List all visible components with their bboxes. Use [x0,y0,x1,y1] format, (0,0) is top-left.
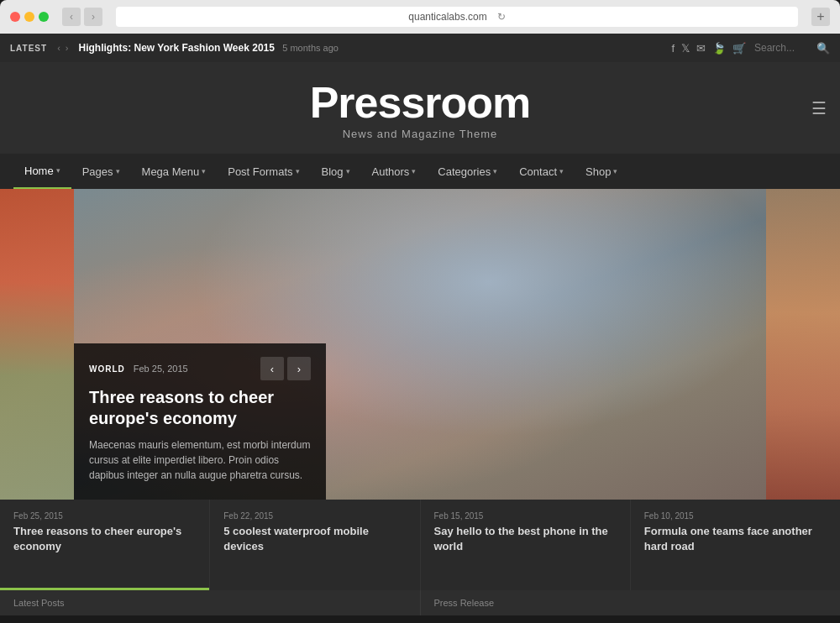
nav-items: Home ▾ Pages ▾ Mega Menu ▾ Post Formats … [13,154,628,189]
ticker-headline: Highlights: New York Fashion Week 2015 5… [79,42,664,54]
chevron-down-icon: ▾ [202,167,206,175]
chevron-down-icon: ▾ [412,167,416,175]
hero-meta: WORLD Feb 25, 2015 ‹ › [89,357,311,380]
leaf-icon[interactable]: 🍃 [712,42,726,55]
hero-navigation: ‹ › [260,357,311,380]
hero-excerpt: Maecenas mauris elementum, est morbi int… [89,437,311,483]
site-tagline: News and Magazine Theme [0,128,840,140]
close-button[interactable] [10,12,20,22]
hero-prev-button[interactable]: ‹ [260,357,284,380]
article-date-3: Feb 15, 2015 [434,511,617,521]
article-title-2: 5 coolest waterproof mobile devices [223,524,406,553]
chevron-down-icon: ▾ [116,167,120,175]
ticker-prev[interactable]: ‹ [55,43,62,53]
nav-item-mega-menu[interactable]: Mega Menu ▾ [131,154,218,189]
minimize-button[interactable] [24,12,34,22]
article-title-1: Three reasons to cheer europe's economy [13,524,196,553]
article-card-2[interactable]: Feb 22, 2015 5 coolest waterproof mobile… [210,500,420,590]
ticker-next[interactable]: › [64,43,71,53]
chevron-down-icon: ▾ [296,167,300,175]
nav-item-contact[interactable]: Contact ▾ [508,154,575,189]
article-card-1[interactable]: Feb 25, 2015 Three reasons to cheer euro… [0,500,210,590]
article-title-4: Formula one teams face another hard road [644,524,827,553]
nav-item-shop[interactable]: Shop ▾ [575,154,628,189]
chevron-down-icon: ▾ [559,167,564,175]
window-controls [10,12,49,22]
email-icon[interactable]: ✉ [696,42,706,55]
menu-icon[interactable]: ☰ [811,98,827,118]
url-text: quanticalabs.com [408,11,486,23]
hero-category: WORLD [89,364,125,374]
nav-item-post-formats[interactable]: Post Formats ▾ [217,154,310,189]
hero-section: WORLD Feb 25, 2015 ‹ › Three reasons to … [0,189,840,500]
browser-titlebar: ‹ › quanticalabs.com ↻ + [0,7,840,34]
chevron-down-icon: ▾ [56,166,60,175]
browser-nav: ‹ › [62,8,102,26]
maximize-button[interactable] [39,12,49,22]
chevron-down-icon: ▾ [346,167,350,175]
hero-title: Three reasons to cheer europe's economy [89,387,311,429]
article-date-4: Feb 10, 2015 [644,511,827,521]
facebook-icon[interactable]: f [671,42,675,55]
article-date-1: Feb 25, 2015 [13,511,196,521]
site-title: Pressroom [0,81,840,124]
address-bar[interactable]: quanticalabs.com ↻ [116,7,798,27]
nav-item-blog[interactable]: Blog ▾ [311,154,361,189]
article-title-3: Say hello to the best phone in the world [434,524,617,553]
nav-item-categories[interactable]: Categories ▾ [427,154,508,189]
hero-article-overlay: WORLD Feb 25, 2015 ‹ › Three reasons to … [74,343,326,500]
nav-item-home[interactable]: Home ▾ [13,154,71,189]
article-date-2: Feb 22, 2015 [223,511,406,521]
latest-posts-section: Latest Posts [0,590,421,615]
refresh-icon[interactable]: ↻ [497,11,506,23]
article-card-4[interactable]: Feb 10, 2015 Formula one teams face anot… [631,500,840,590]
forward-button[interactable]: › [84,8,102,26]
article-strip: Feb 25, 2015 Three reasons to cheer euro… [0,500,840,590]
site-header: Pressroom News and Magazine Theme ☰ [0,62,840,154]
nav-item-authors[interactable]: Authors ▾ [361,154,428,189]
chevron-down-icon: ▾ [613,167,617,175]
hero-right-image [766,189,840,500]
cart-icon[interactable]: 🛒 [732,42,746,55]
search-icon[interactable]: 🔍 [816,42,830,55]
ticker-label: LATEST [10,44,47,53]
hero-left-image [0,189,74,500]
twitter-icon[interactable]: 𝕏 [681,42,690,55]
press-release-section: Press Release [421,590,841,615]
social-links: f 𝕏 ✉ 🍃 🛒 [671,42,746,55]
hero-date: Feb 25, 2015 [134,364,188,374]
bottom-bar: Latest Posts Press Release [0,590,840,615]
ticker-arrows: ‹ › [55,43,70,53]
new-tab-button[interactable]: + [811,8,830,26]
search-input[interactable] [754,42,813,54]
browser-window: ‹ › quanticalabs.com ↻ + [0,0,840,34]
hero-next-button[interactable]: › [287,357,311,380]
article-card-3[interactable]: Feb 15, 2015 Say hello to the best phone… [421,500,631,590]
main-navigation: Home ▾ Pages ▾ Mega Menu ▾ Post Formats … [0,154,840,189]
nav-item-pages[interactable]: Pages ▾ [71,154,131,189]
ticker-bar: LATEST ‹ › Highlights: New York Fashion … [0,34,840,62]
ticker-search[interactable]: 🔍 [754,42,830,55]
back-button[interactable]: ‹ [62,8,81,26]
chevron-down-icon: ▾ [493,167,497,175]
